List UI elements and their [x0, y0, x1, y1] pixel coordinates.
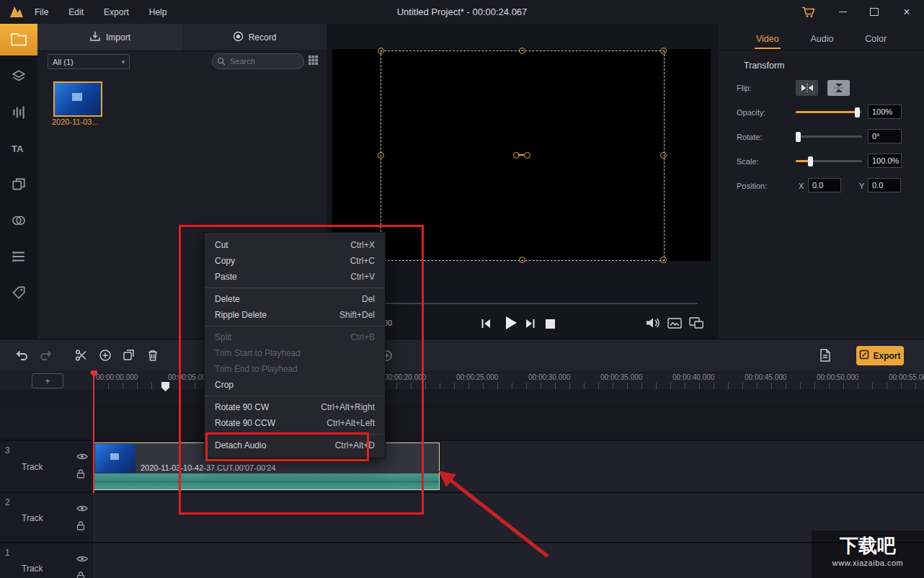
text-tab[interactable]: TA — [0, 131, 37, 167]
stop-button[interactable] — [546, 319, 555, 329]
tab-color[interactable]: Color — [863, 30, 888, 48]
minimize-button[interactable] — [830, 0, 855, 24]
import-icon — [89, 30, 101, 44]
menu-item-cut[interactable]: CutCtrl+X — [205, 237, 385, 253]
volume-icon[interactable] — [645, 317, 661, 329]
scale-value[interactable]: 100.0% — [868, 154, 902, 168]
redo-icon[interactable] — [37, 347, 55, 364]
position-y-label: Y — [859, 182, 864, 190]
filters-tab[interactable] — [0, 203, 37, 239]
cart-icon[interactable] — [796, 0, 821, 24]
selection-box[interactable] — [381, 50, 665, 261]
rotate-slider[interactable] — [796, 135, 862, 138]
menu-item-rotate-90-ccw[interactable]: Rotate 90 CCWCtrl+Alt+Left — [205, 415, 385, 431]
handle-top-center[interactable] — [519, 48, 525, 54]
tab-record[interactable]: Record — [182, 24, 326, 51]
position-y-value[interactable]: 0.0 — [868, 178, 901, 192]
preview-scrubber[interactable] — [332, 303, 698, 304]
menu-item-crop[interactable]: Crop — [205, 377, 385, 393]
menu-item-split: SplitCtrl+B — [205, 329, 385, 345]
maximize-button[interactable] — [862, 0, 887, 24]
pip-copy-icon[interactable] — [689, 317, 703, 329]
eye-icon[interactable] — [76, 503, 89, 513]
tab-import[interactable]: Import — [37, 24, 182, 51]
playhead-line[interactable] — [93, 370, 94, 493]
ruler-label: 00:00:25.000 — [456, 373, 498, 381]
elements-tab[interactable] — [0, 275, 37, 311]
center-anchor-handle[interactable] — [513, 152, 520, 159]
track-number: 3 — [5, 445, 10, 455]
rotate-handle[interactable] — [524, 152, 530, 159]
menu-export[interactable]: Export — [104, 7, 129, 17]
handle-bottom-center[interactable] — [519, 257, 525, 263]
menu-item-copy[interactable]: CopyCtrl+C — [205, 253, 385, 269]
ruler-label: 00:00:30.000 — [528, 373, 570, 381]
position-x-value[interactable]: 0.0 — [808, 178, 841, 192]
tab-video[interactable]: Video — [755, 30, 781, 48]
handle-top-right[interactable] — [660, 48, 667, 54]
eye-icon[interactable] — [76, 553, 89, 564]
flip-vertical-button[interactable] — [827, 80, 850, 96]
track-separator — [0, 542, 924, 543]
menu-file[interactable]: File — [35, 7, 48, 17]
next-frame-button[interactable] — [525, 319, 536, 329]
undo-icon[interactable] — [13, 347, 30, 364]
scale-slider[interactable] — [796, 160, 862, 162]
overlay-tab[interactable] — [0, 167, 37, 203]
grid-view-icon[interactable] — [308, 55, 319, 68]
scale-label: Scale: — [737, 157, 759, 166]
play-button[interactable] — [503, 315, 519, 331]
split-scissors-icon[interactable] — [73, 347, 90, 364]
audio-tab[interactable] — [0, 95, 37, 131]
track-label: Track — [22, 513, 43, 523]
split-screen-tab[interactable] — [0, 239, 37, 275]
clip-audio-waveform — [94, 473, 439, 489]
media-library-tab[interactable] — [0, 24, 37, 55]
lock-icon[interactable] — [76, 468, 89, 479]
transitions-tab[interactable] — [0, 59, 37, 95]
tab-audio[interactable]: Audio — [809, 30, 835, 48]
menu-item-detach-audio[interactable]: Detach AudioCtrl+Alt+D — [205, 437, 385, 453]
handle-top-left[interactable] — [378, 48, 384, 54]
flip-horizontal-button[interactable] — [796, 80, 818, 96]
search-input[interactable] — [228, 55, 301, 68]
tag-icon — [11, 285, 27, 303]
search-icon — [217, 57, 226, 68]
opacity-slider[interactable] — [796, 111, 862, 113]
close-button[interactable]: × — [894, 0, 919, 24]
render-settings-icon[interactable] — [817, 347, 834, 364]
opacity-value[interactable]: 100% — [868, 105, 902, 119]
handle-mid-right[interactable] — [660, 152, 667, 159]
context-menu: CutCtrl+X CopyCtrl+C PasteCtrl+V DeleteD… — [204, 232, 386, 458]
properties-panel: Video Audio Color Transform Flip: Opacit… — [719, 24, 924, 339]
duplicate-icon[interactable] — [120, 347, 138, 364]
menu-edit[interactable]: Edit — [68, 7, 84, 17]
handle-bottom-right[interactable] — [660, 257, 667, 263]
media-clip-label: 2020-11-03... — [52, 117, 99, 126]
timeline-ruler[interactable]: + 00:00:00.000 00:00:05.000 00:00:10.000… — [0, 370, 924, 389]
menu-item-trim-start: Trim Start to Playhead — [205, 345, 385, 361]
media-clip-thumbnail[interactable] — [53, 81, 102, 117]
flip-label: Flip: — [737, 84, 752, 92]
menu-help[interactable]: Help — [149, 7, 167, 17]
menu-item-paste[interactable]: PasteCtrl+V — [205, 269, 385, 285]
track-row-2[interactable] — [0, 493, 924, 542]
track-row-1[interactable] — [0, 543, 924, 578]
menu-item-ripple-delete[interactable]: Ripple DeleteShift+Del — [205, 307, 385, 323]
previous-frame-button[interactable] — [480, 319, 492, 329]
delete-icon[interactable] — [144, 347, 161, 364]
folder-icon — [10, 32, 27, 48]
media-filter-dropdown[interactable]: All (1) ▾ — [48, 54, 130, 69]
add-marker-icon[interactable] — [97, 347, 114, 364]
add-track-button[interactable]: + — [32, 373, 63, 388]
lock-icon[interactable] — [76, 571, 89, 578]
fit-screen-icon[interactable] — [667, 318, 682, 329]
window-title: Untitled Project* - 00:00:24.067 — [0, 6, 924, 17]
menu-item-rotate-90-cw[interactable]: Rotate 90 CWCtrl+Alt+Right — [205, 399, 385, 415]
menu-item-delete[interactable]: DeleteDel — [205, 291, 385, 307]
handle-mid-left[interactable] — [378, 152, 384, 159]
lock-icon[interactable] — [76, 520, 89, 530]
export-button[interactable]: Export — [856, 346, 904, 365]
eye-icon[interactable] — [76, 451, 89, 461]
rotate-value[interactable]: 0° — [868, 129, 902, 143]
